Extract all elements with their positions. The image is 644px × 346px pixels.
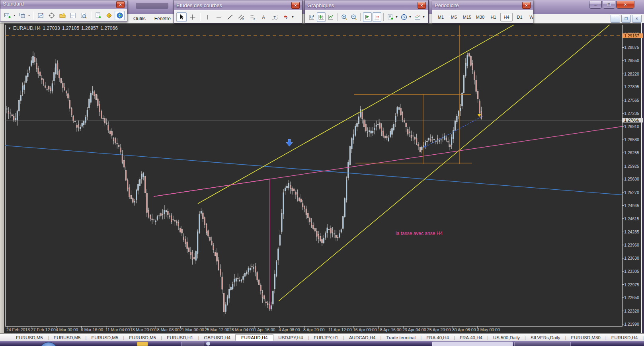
taskbar-button[interactable]	[514, 342, 571, 346]
periodicity-m30-button[interactable]: M30	[474, 13, 486, 21]
chart-tab-fra-40-h4[interactable]: FRA.40,H4	[455, 335, 487, 340]
toolbar-periodicity-close-icon[interactable]: ✕	[522, 2, 531, 9]
window-close-button[interactable]: ✕	[616, 1, 634, 9]
toolbar-periodicity-caption[interactable]: Périodicité ✕	[432, 0, 533, 10]
chart-tab-bar: EURUSD,M5|EURUSD,M5|EURUSD,M5|EURUSD,M5|…	[0, 333, 644, 341]
toolbar-standard-close-icon[interactable]: ✕	[116, 1, 125, 8]
vertical-line-tool[interactable]	[203, 12, 213, 22]
periodicity-h1-button[interactable]: H1	[487, 13, 500, 21]
periodicity-h4-button[interactable]: H4	[500, 13, 513, 21]
alerts-button[interactable]: !	[104, 11, 114, 20]
time-tick-label: 1 Apr 16:00	[254, 327, 275, 332]
menu-outils[interactable]: Outils	[130, 15, 149, 22]
profiles-button-dropdown-icon[interactable]: ▼	[28, 14, 31, 17]
window-minimize-button[interactable]: –	[589, 1, 602, 9]
indicators-button[interactable]	[386, 12, 395, 22]
periodicity-m15-button[interactable]: M15	[461, 13, 473, 21]
candlestick-button[interactable]	[317, 12, 326, 22]
chart-shift-button[interactable]	[373, 12, 381, 22]
data-window-button[interactable]	[68, 11, 78, 20]
window-maximize-button[interactable]: ❒	[603, 1, 615, 9]
chart-tab-us-500-daily[interactable]: US.500,Daily	[488, 335, 525, 340]
periodicity-m5-button[interactable]: M5	[448, 13, 460, 21]
periodicity-d1-button[interactable]: D1	[513, 13, 526, 21]
chart-restore-button[interactable]: ❐	[621, 15, 631, 23]
chart-tab-silvers-daily[interactable]: SILVERs,Daily	[526, 335, 565, 340]
toolbar-line-studies-caption[interactable]: Etudes des courbes ✕	[174, 0, 302, 10]
time-tick-label: 13 Mar 20:00	[130, 327, 155, 332]
chart-tab-eurusd-m5[interactable]: EURUSD,M5	[86, 335, 123, 340]
periods-button[interactable]	[400, 12, 408, 22]
crosshair-tool[interactable]	[187, 12, 198, 22]
menu-fen-tre[interactable]: Fenêtre	[151, 15, 174, 22]
taskbar-button-active[interactable]	[432, 342, 513, 346]
bar-chart-button[interactable]	[307, 12, 316, 22]
strategy-tester-button[interactable]	[79, 11, 89, 20]
templates-button[interactable]	[413, 12, 422, 22]
chart-tab-audcad-h4[interactable]: AUDCAD,H4	[344, 335, 380, 340]
new-chart-button[interactable]	[3, 11, 13, 20]
fibonacci-tool[interactable]: F	[247, 12, 258, 22]
favorites-button[interactable]	[57, 11, 67, 20]
chart-tab-eurusd-m5[interactable]: EURUSD,M5	[124, 335, 161, 340]
toolbar-separator	[383, 13, 384, 21]
new-order-button[interactable]	[94, 11, 103, 20]
chart-tab-fra-40-h4[interactable]: FRA.40,H4	[422, 335, 454, 340]
chart-close-button[interactable]: ✕	[632, 15, 642, 23]
time-tick-label: 4 Apr 08:00	[279, 327, 300, 332]
new-chart-button-dropdown-icon[interactable]: ▼	[13, 14, 16, 17]
text-label-tool[interactable]: T	[269, 12, 280, 22]
cursor-tool[interactable]	[176, 12, 187, 22]
equidistant-channel-tool[interactable]: E	[236, 12, 246, 22]
chart-tab-eurusd-h4[interactable]: EURUSD,H4	[607, 335, 642, 340]
toolbar-charts-close-icon[interactable]: ✕	[418, 2, 426, 9]
periodicity-w1-button[interactable]: W1	[527, 13, 533, 21]
chart-tab-eurusd-m5[interactable]: EURUSD,M5	[49, 335, 86, 340]
chart-tab-eurusd-m5[interactable]: EURUSD,M5	[11, 335, 48, 340]
text-tool[interactable]: A	[258, 12, 269, 22]
app-icon[interactable]	[206, 342, 210, 346]
toolbar-separator	[91, 12, 92, 19]
folder-icon[interactable]	[137, 342, 148, 346]
arrows-tool-dropdown-icon[interactable]: ▼	[291, 16, 294, 18]
line-chart-button[interactable]	[326, 12, 335, 22]
chart-background[interactable]	[4, 23, 641, 333]
trendline-tool[interactable]	[225, 12, 235, 22]
toolbar-standard-caption[interactable]: Standard ✕	[0, 0, 127, 9]
time-tick-label: 8 Apr 20:00	[303, 327, 325, 332]
periodicity-m1-button[interactable]: M1	[435, 13, 447, 21]
chart-tab-eurjpy-h1[interactable]: EURJPY,H1	[309, 335, 343, 340]
toolbar-charts-caption[interactable]: Graphiques ✕	[305, 0, 428, 10]
legend-collapse-icon[interactable]: ▼	[8, 27, 11, 30]
taskbar-button[interactable]	[181, 342, 204, 346]
current-price-label: 1.27066	[622, 118, 643, 122]
price-tick-label: 1.28550	[624, 58, 642, 63]
profiles-button[interactable]	[18, 11, 27, 20]
crosshair-target-button[interactable]	[47, 11, 57, 20]
horizontal-line-tool[interactable]	[214, 12, 224, 22]
indicators-button-dropdown-icon[interactable]: ▼	[395, 16, 398, 18]
auto-scroll-button[interactable]	[363, 12, 372, 22]
chart-minimize-button[interactable]: –	[611, 15, 620, 23]
zoom-in-button[interactable]	[340, 12, 349, 22]
price-tick-label: 1.25600	[624, 177, 642, 181]
legend-high: 1.27105	[62, 25, 79, 31]
periods-button-dropdown-icon[interactable]: ▼	[409, 16, 412, 18]
text-label-icon: T	[271, 14, 278, 21]
arrows-tool[interactable]	[281, 12, 291, 22]
time-tick-label: 25 Apr 20:00	[427, 327, 451, 332]
chart-tab-euraud-h4[interactable]: EURAUD,H4	[235, 334, 273, 341]
chart-tab-gbpusd-h4[interactable]: GBPUSD,H4	[199, 335, 235, 340]
chart-tab-eurusd-h1[interactable]: EURUSD,H1	[162, 335, 198, 340]
chart-tab-trade-terminal[interactable]: Trade terminal	[381, 335, 420, 340]
chart-tab-usdjpy-h4[interactable]: USDJPY,H4	[273, 335, 308, 340]
templates-button-dropdown-icon[interactable]: ▼	[422, 16, 425, 18]
autotrading-button[interactable]	[115, 11, 125, 20]
chart-tab-eurusd-m30[interactable]: EURUSD,M30	[566, 335, 605, 340]
market-watch-button[interactable]	[36, 11, 46, 20]
start-orb[interactable]	[39, 342, 58, 346]
zoom-out-button[interactable]	[349, 12, 358, 22]
svg-text:!: !	[108, 14, 109, 17]
toolbar-line-studies-close-icon[interactable]: ✕	[291, 2, 300, 9]
plot-bottom-border	[5, 326, 623, 327]
